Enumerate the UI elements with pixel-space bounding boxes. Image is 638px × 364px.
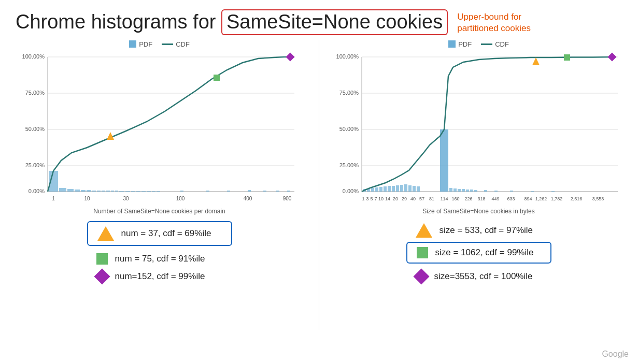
svg-rect-38	[287, 191, 290, 192]
svg-rect-75	[449, 188, 452, 192]
svg-rect-74	[440, 129, 448, 192]
svg-rect-40	[214, 75, 220, 81]
svg-rect-13	[59, 188, 66, 192]
right-chart-svg: 100.00% 75.00% 50.00% 25.00% 0.00%	[334, 49, 624, 205]
square-icon-2	[96, 253, 108, 265]
svg-rect-23	[115, 191, 118, 192]
left-legend: PDF CDF	[129, 40, 190, 48]
title-highlight: SameSite=None cookies	[221, 9, 448, 35]
right-stat-3-text: size=3553, cdf = 100%ile	[434, 271, 533, 282]
svg-rect-86	[551, 191, 555, 192]
svg-text:894: 894	[524, 196, 532, 201]
left-stat-1-text: num = 37, cdf = 69%ile	[121, 228, 211, 239]
svg-text:57: 57	[419, 196, 424, 201]
svg-rect-82	[484, 190, 487, 192]
right-stat-2: size = 1062, cdf = 99%ile	[406, 242, 551, 264]
svg-text:900: 900	[282, 196, 291, 201]
left-chart-canvas: 100.00% 75.00% 50.00% 25.00% 0.00%	[20, 49, 300, 205]
left-stat-2-text: num = 75, cdf = 91%ile	[115, 254, 205, 264]
svg-text:29: 29	[401, 196, 406, 201]
charts-row: PDF CDF 100.00% 75.00% 50.00% 25.00% 0.0…	[0, 40, 638, 330]
svg-text:0.00%: 0.00%	[28, 188, 44, 194]
svg-rect-15	[75, 190, 80, 192]
svg-text:14: 14	[385, 196, 390, 201]
svg-text:114: 114	[440, 196, 448, 201]
svg-rect-78	[462, 189, 465, 192]
svg-text:25.00%: 25.00%	[339, 162, 359, 168]
right-axis-label: Size of SameSite=None cookies in bytes	[422, 208, 534, 215]
triangle-icon-1	[97, 226, 114, 241]
svg-rect-36	[263, 191, 266, 192]
title-area: Chrome histograms for SameSite=None cook…	[0, 0, 638, 35]
svg-text:75.00%: 75.00%	[339, 90, 359, 96]
svg-rect-19	[97, 191, 101, 192]
svg-rect-66	[388, 186, 391, 192]
page: Chrome histograms for SameSite=None cook…	[0, 0, 638, 364]
svg-text:20: 20	[392, 196, 398, 201]
svg-text:25.00%: 25.00%	[25, 162, 45, 168]
left-chart-svg: 100.00% 75.00% 50.00% 25.00% 0.00%	[20, 49, 300, 205]
svg-text:75.00%: 75.00%	[25, 90, 45, 96]
svg-rect-84	[510, 191, 513, 192]
annotation: Upper-bound for partitioned cookies	[457, 11, 531, 34]
svg-rect-62	[371, 188, 374, 192]
svg-rect-35	[248, 190, 251, 192]
svg-text:633: 633	[507, 196, 515, 201]
google-logo: Google	[602, 350, 629, 359]
svg-text:7: 7	[374, 196, 377, 201]
svg-rect-70	[404, 184, 407, 192]
svg-text:100.00%: 100.00%	[336, 53, 359, 60]
svg-text:5: 5	[370, 196, 373, 201]
cdf-icon	[162, 43, 173, 45]
right-legend-cdf: CDF	[481, 40, 509, 48]
left-stat-1: num = 37, cdf = 69%ile	[87, 221, 232, 246]
svg-rect-33	[206, 191, 209, 192]
svg-rect-68	[396, 185, 399, 192]
svg-text:50.00%: 50.00%	[339, 126, 359, 132]
svg-rect-85	[531, 191, 534, 192]
svg-text:10: 10	[378, 196, 383, 201]
svg-text:0.00%: 0.00%	[342, 188, 358, 194]
title-prefix: Chrome histograms for	[16, 11, 221, 33]
svg-text:1: 1	[362, 196, 364, 201]
svg-text:3,553: 3,553	[592, 196, 604, 201]
svg-rect-20	[102, 191, 105, 192]
diamond-icon-3	[94, 268, 110, 284]
svg-text:449: 449	[491, 196, 499, 201]
left-stat-2: num = 75, cdf = 91%ile	[87, 251, 232, 267]
right-cdf-icon	[481, 43, 492, 45]
right-triangle-icon-1	[416, 223, 432, 238]
right-stat-2-text: size = 1062, cdf = 99%ile	[435, 247, 534, 258]
right-legend-pdf: PDF	[448, 40, 472, 48]
right-cdf-label: CDF	[495, 40, 509, 48]
right-legend: PDF CDF	[448, 40, 509, 48]
svg-rect-63	[375, 187, 378, 192]
svg-rect-17	[87, 190, 91, 192]
left-axis-label: Number of SameSite=None cookies per doma…	[93, 208, 225, 215]
right-stat-3: size=3553, cdf = 100%ile	[406, 269, 551, 284]
svg-text:30: 30	[123, 196, 129, 201]
left-legend-pdf: PDF	[129, 40, 152, 48]
svg-rect-18	[92, 191, 96, 192]
svg-text:318: 318	[477, 196, 485, 201]
svg-text:40: 40	[410, 196, 415, 201]
svg-rect-65	[384, 186, 387, 192]
right-pdf-icon	[448, 40, 456, 48]
svg-rect-81	[474, 190, 477, 192]
right-pdf-label: PDF	[458, 40, 472, 48]
svg-rect-77	[458, 189, 461, 192]
cdf-label: CDF	[176, 40, 190, 48]
svg-rect-28	[141, 191, 146, 192]
svg-rect-72	[413, 186, 416, 192]
pdf-label: PDF	[139, 40, 152, 48]
svg-text:2,516: 2,516	[570, 196, 582, 201]
svg-rect-80	[470, 190, 473, 192]
svg-text:100: 100	[176, 196, 185, 201]
right-square-icon-2	[417, 247, 428, 258]
svg-rect-29	[147, 191, 151, 192]
svg-rect-73	[417, 186, 420, 192]
svg-rect-32	[180, 191, 183, 192]
svg-rect-27	[136, 191, 140, 192]
svg-rect-37	[276, 191, 279, 192]
main-title: Chrome histograms for SameSite=None cook…	[16, 9, 448, 35]
